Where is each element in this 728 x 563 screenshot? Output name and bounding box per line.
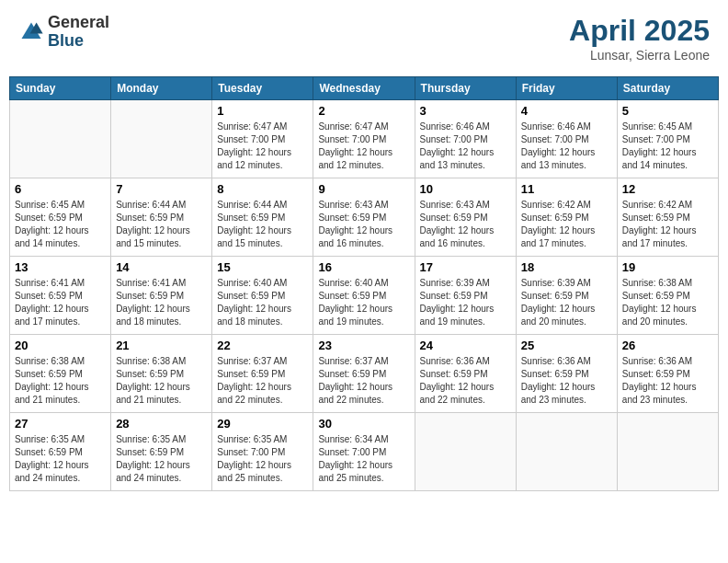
day-info: Sunrise: 6:41 AM Sunset: 6:59 PM Dayligh… xyxy=(15,277,106,328)
calendar-week-row: 6Sunrise: 6:45 AM Sunset: 6:59 PM Daylig… xyxy=(10,178,719,257)
day-info: Sunrise: 6:38 AM Sunset: 6:59 PM Dayligh… xyxy=(116,355,207,407)
calendar-cell xyxy=(617,413,718,491)
day-info: Sunrise: 6:43 AM Sunset: 6:59 PM Dayligh… xyxy=(420,199,511,250)
day-info: Sunrise: 6:36 AM Sunset: 6:59 PM Dayligh… xyxy=(420,355,511,407)
day-info: Sunrise: 6:46 AM Sunset: 7:00 PM Dayligh… xyxy=(420,121,511,172)
day-number: 8 xyxy=(217,182,308,196)
day-info: Sunrise: 6:39 AM Sunset: 6:59 PM Dayligh… xyxy=(521,277,612,328)
calendar-cell: 4Sunrise: 6:46 AM Sunset: 7:00 PM Daylig… xyxy=(516,100,617,178)
calendar-cell: 5Sunrise: 6:45 AM Sunset: 7:00 PM Daylig… xyxy=(617,100,718,178)
day-number: 21 xyxy=(116,339,207,352)
logo-general-text: General xyxy=(48,14,109,32)
calendar-cell: 23Sunrise: 6:37 AM Sunset: 6:59 PM Dayli… xyxy=(313,335,415,413)
calendar-week-row: 27Sunrise: 6:35 AM Sunset: 6:59 PM Dayli… xyxy=(10,413,719,491)
calendar-cell: 17Sunrise: 6:39 AM Sunset: 6:59 PM Dayli… xyxy=(415,257,516,335)
day-number: 5 xyxy=(622,104,713,118)
day-number: 4 xyxy=(521,104,612,118)
calendar-cell: 9Sunrise: 6:43 AM Sunset: 6:59 PM Daylig… xyxy=(313,178,415,257)
day-info: Sunrise: 6:39 AM Sunset: 6:59 PM Dayligh… xyxy=(420,277,511,328)
day-number: 11 xyxy=(521,182,612,196)
calendar-cell xyxy=(415,413,516,491)
day-number: 19 xyxy=(622,260,713,274)
day-number: 13 xyxy=(15,260,106,274)
day-info: Sunrise: 6:35 AM Sunset: 6:59 PM Dayligh… xyxy=(15,433,106,485)
day-info: Sunrise: 6:40 AM Sunset: 6:59 PM Dayligh… xyxy=(318,277,409,328)
calendar-week-row: 1Sunrise: 6:47 AM Sunset: 7:00 PM Daylig… xyxy=(10,100,719,178)
day-info: Sunrise: 6:44 AM Sunset: 6:59 PM Dayligh… xyxy=(217,199,308,250)
calendar-cell: 12Sunrise: 6:42 AM Sunset: 6:59 PM Dayli… xyxy=(617,178,718,257)
day-info: Sunrise: 6:43 AM Sunset: 6:59 PM Dayligh… xyxy=(318,199,409,250)
day-number: 28 xyxy=(116,417,207,431)
day-info: Sunrise: 6:45 AM Sunset: 6:59 PM Dayligh… xyxy=(15,199,106,250)
day-number: 1 xyxy=(217,104,308,118)
calendar-cell xyxy=(111,100,212,178)
calendar-cell: 24Sunrise: 6:36 AM Sunset: 6:59 PM Dayli… xyxy=(415,335,516,413)
calendar-cell: 2Sunrise: 6:47 AM Sunset: 7:00 PM Daylig… xyxy=(313,100,415,178)
calendar-cell: 16Sunrise: 6:40 AM Sunset: 6:59 PM Dayli… xyxy=(313,257,415,335)
calendar-day-header: Sunday xyxy=(10,77,111,100)
day-number: 7 xyxy=(116,182,207,196)
day-number: 14 xyxy=(116,260,207,274)
day-info: Sunrise: 6:36 AM Sunset: 6:59 PM Dayligh… xyxy=(622,355,713,407)
day-number: 26 xyxy=(622,339,713,352)
calendar-cell: 14Sunrise: 6:41 AM Sunset: 6:59 PM Dayli… xyxy=(111,257,212,335)
day-number: 16 xyxy=(318,260,409,274)
calendar-cell: 6Sunrise: 6:45 AM Sunset: 6:59 PM Daylig… xyxy=(10,178,111,257)
day-number: 10 xyxy=(420,182,511,196)
day-number: 25 xyxy=(521,339,612,352)
logo-icon xyxy=(18,19,44,45)
day-info: Sunrise: 6:34 AM Sunset: 7:00 PM Dayligh… xyxy=(318,433,409,485)
calendar-day-header: Monday xyxy=(111,77,212,100)
calendar-cell: 1Sunrise: 6:47 AM Sunset: 7:00 PM Daylig… xyxy=(212,100,313,178)
calendar-cell xyxy=(10,100,111,178)
calendar-cell: 26Sunrise: 6:36 AM Sunset: 6:59 PM Dayli… xyxy=(617,335,718,413)
day-info: Sunrise: 6:46 AM Sunset: 7:00 PM Dayligh… xyxy=(521,121,612,172)
day-info: Sunrise: 6:44 AM Sunset: 6:59 PM Dayligh… xyxy=(116,199,207,250)
calendar-day-header: Thursday xyxy=(415,77,516,100)
calendar-cell: 10Sunrise: 6:43 AM Sunset: 6:59 PM Dayli… xyxy=(415,178,516,257)
day-number: 17 xyxy=(420,260,511,274)
day-number: 20 xyxy=(15,339,106,352)
calendar-cell: 13Sunrise: 6:41 AM Sunset: 6:59 PM Dayli… xyxy=(10,257,111,335)
day-info: Sunrise: 6:37 AM Sunset: 6:59 PM Dayligh… xyxy=(318,355,409,407)
calendar-cell: 18Sunrise: 6:39 AM Sunset: 6:59 PM Dayli… xyxy=(516,257,617,335)
day-number: 27 xyxy=(15,417,106,431)
calendar-table: SundayMondayTuesdayWednesdayThursdayFrid… xyxy=(9,76,719,491)
day-info: Sunrise: 6:47 AM Sunset: 7:00 PM Dayligh… xyxy=(318,121,409,172)
day-info: Sunrise: 6:35 AM Sunset: 6:59 PM Dayligh… xyxy=(116,433,207,485)
page-header: General Blue April 2025 Lunsar, Sierra L… xyxy=(9,9,719,67)
calendar-cell: 29Sunrise: 6:35 AM Sunset: 7:00 PM Dayli… xyxy=(212,413,313,491)
day-info: Sunrise: 6:41 AM Sunset: 6:59 PM Dayligh… xyxy=(116,277,207,328)
logo-text: General Blue xyxy=(48,14,109,51)
day-info: Sunrise: 6:45 AM Sunset: 7:00 PM Dayligh… xyxy=(622,121,713,172)
logo: General Blue xyxy=(18,14,109,51)
calendar-day-header: Wednesday xyxy=(313,77,415,100)
day-info: Sunrise: 6:42 AM Sunset: 6:59 PM Dayligh… xyxy=(622,199,713,250)
day-number: 30 xyxy=(318,417,409,431)
day-info: Sunrise: 6:40 AM Sunset: 6:59 PM Dayligh… xyxy=(217,277,308,328)
location: Lunsar, Sierra Leone xyxy=(569,48,710,63)
calendar-cell xyxy=(516,413,617,491)
day-number: 2 xyxy=(318,104,409,118)
calendar-header-row: SundayMondayTuesdayWednesdayThursdayFrid… xyxy=(10,77,719,100)
title-section: April 2025 Lunsar, Sierra Leone xyxy=(569,14,710,63)
day-number: 18 xyxy=(521,260,612,274)
calendar-cell: 19Sunrise: 6:38 AM Sunset: 6:59 PM Dayli… xyxy=(617,257,718,335)
calendar-cell: 27Sunrise: 6:35 AM Sunset: 6:59 PM Dayli… xyxy=(10,413,111,491)
day-info: Sunrise: 6:42 AM Sunset: 6:59 PM Dayligh… xyxy=(521,199,612,250)
calendar-cell: 8Sunrise: 6:44 AM Sunset: 6:59 PM Daylig… xyxy=(212,178,313,257)
calendar-week-row: 20Sunrise: 6:38 AM Sunset: 6:59 PM Dayli… xyxy=(10,335,719,413)
month-title: April 2025 xyxy=(569,14,710,48)
calendar-cell: 20Sunrise: 6:38 AM Sunset: 6:59 PM Dayli… xyxy=(10,335,111,413)
day-info: Sunrise: 6:47 AM Sunset: 7:00 PM Dayligh… xyxy=(217,121,308,172)
day-number: 24 xyxy=(420,339,511,352)
calendar-cell: 11Sunrise: 6:42 AM Sunset: 6:59 PM Dayli… xyxy=(516,178,617,257)
day-number: 23 xyxy=(318,339,409,352)
calendar-cell: 30Sunrise: 6:34 AM Sunset: 7:00 PM Dayli… xyxy=(313,413,415,491)
day-number: 12 xyxy=(622,182,713,196)
day-info: Sunrise: 6:36 AM Sunset: 6:59 PM Dayligh… xyxy=(521,355,612,407)
calendar-cell: 21Sunrise: 6:38 AM Sunset: 6:59 PM Dayli… xyxy=(111,335,212,413)
day-info: Sunrise: 6:37 AM Sunset: 6:59 PM Dayligh… xyxy=(217,355,308,407)
calendar-cell: 15Sunrise: 6:40 AM Sunset: 6:59 PM Dayli… xyxy=(212,257,313,335)
day-number: 3 xyxy=(420,104,511,118)
